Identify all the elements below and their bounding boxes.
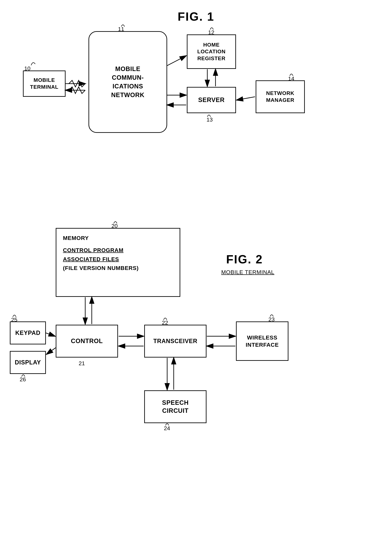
fig2-subtitle: MOBILE TERMINAL — [221, 269, 274, 275]
speech-circuit-box: SPEECHCIRCUIT — [144, 390, 206, 423]
ref-22: 22 — [162, 320, 168, 326]
ref-13: 13 — [206, 116, 213, 123]
display-box: DISPLAY — [10, 351, 46, 374]
ref-12: 12 — [208, 29, 214, 36]
ref-14: 14 — [288, 76, 294, 82]
svg-line-10 — [237, 97, 255, 100]
control-box: CONTROL — [56, 325, 118, 358]
ref-21: 21 — [79, 360, 85, 367]
svg-line-13 — [46, 333, 55, 336]
fig1-title: FIG. 1 — [178, 10, 214, 23]
keypad-box: KEYPAD — [10, 321, 46, 345]
server-box: SERVER — [187, 87, 236, 113]
mobile-network-box: MOBILECOMMUN-ICATIONSNETWORK — [89, 31, 167, 133]
svg-line-7 — [167, 56, 186, 66]
ref-26: 26 — [20, 376, 26, 383]
memory-box: MEMORY CONTROL PROGRAM ASSOCIATED FILES … — [56, 228, 180, 297]
ref-23: 23 — [268, 316, 275, 323]
ref-11: 11 — [118, 26, 124, 32]
ref-24: 24 — [164, 425, 170, 431]
network-manager-box: NETWORKMANAGER — [256, 80, 305, 113]
ref-25: 25 — [11, 317, 17, 323]
ref-10: 10 — [24, 65, 30, 72]
mobile-terminal-box: MOBILETERMINAL — [23, 71, 65, 97]
transceiver-box: TRANSCEIVER — [144, 325, 206, 358]
wireless-interface-box: WIRELESSINTERFACE — [236, 321, 289, 361]
fig2-title: FIG. 2 — [226, 253, 263, 266]
hlr-box: HOMELOCATIONREGISTER — [187, 34, 236, 69]
svg-line-14 — [47, 348, 56, 354]
ref-20: 20 — [112, 223, 118, 229]
